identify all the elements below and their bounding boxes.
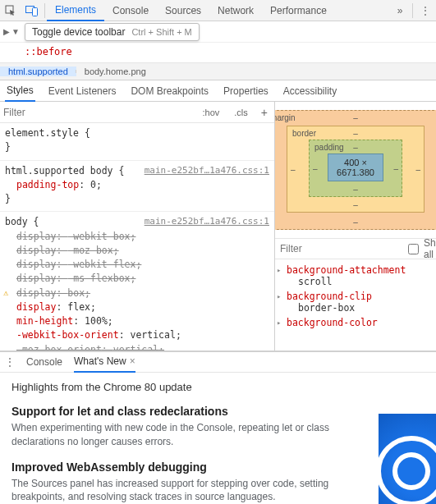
close-icon[interactable]: × [130,355,135,367]
section-title[interactable]: Improved WebAssembly debugging [11,460,425,474]
rule-close-brace: } [5,192,269,206]
box-model[interactable]: margin – – – – border – – – – padding – … [275,102,436,238]
computed-property[interactable]: ▸background-attachmentscroll [275,263,436,289]
declaration[interactable]: display: -webkit-box; [5,230,269,244]
style-rule[interactable]: html.supported body {main-e252bf…1a476.c… [0,161,274,213]
box-margin-label: margin [275,113,296,122]
tab-network[interactable]: Network [209,0,262,21]
styles-pane: :hov .cls + element.style {}html.support… [0,102,275,351]
padding-bottom-val[interactable]: – [353,185,358,194]
tooltip: Toggle device toolbar Ctrl + Shift + M [25,23,200,41]
ptab-accessibility[interactable]: Accessibility [282,80,338,102]
border-bottom-val[interactable]: – [353,200,358,209]
styles-filter-row: :hov .cls + [0,102,274,123]
margin-top-val[interactable]: – [353,113,358,122]
border-top-val[interactable]: – [353,129,358,138]
inspect-icon[interactable] [0,0,21,21]
cls-toggle[interactable]: .cls [229,105,253,120]
drawer-tabs: ⋮ Console What's New × [0,351,436,373]
tab-elements[interactable]: Elements [47,0,104,21]
padding-right-val[interactable]: – [393,164,398,173]
declaration[interactable]: display: -ms-flexbox; [5,272,269,286]
box-border-label: border [292,129,316,138]
expand-icon[interactable]: ▶ [3,27,10,36]
ptab-event-listeners[interactable]: Event Listeners [47,80,118,102]
tab-sources[interactable]: Sources [157,0,209,21]
ptab-styles[interactable]: Styles [5,80,35,102]
declaration[interactable]: padding-top: 0; [5,178,269,192]
border-left-val[interactable]: – [291,165,296,174]
dom-pseudo-line[interactable]: ::before [0,43,436,62]
drawer-tab-label: What's New [74,355,126,367]
declaration[interactable]: display: box; [5,286,269,300]
rule-selector[interactable]: body { [5,215,39,229]
rule-selector[interactable]: html.supported body { [5,164,124,178]
computed-list[interactable]: ▸background-attachmentscroll▸background-… [275,259,436,351]
tab-performance[interactable]: Performance [262,0,335,21]
drawer-body[interactable]: Highlights from the Chrome 80 update Sup… [0,373,436,504]
styles-panel-tabs: Styles Event Listeners DOM Breakpoints P… [0,80,436,102]
declaration[interactable]: -moz-box-orient: vertical; [5,343,269,351]
kebab-menu-icon[interactable]: ⋮ [415,5,436,16]
ptab-dom-breakpoints[interactable]: DOM Breakpoints [129,80,210,102]
rule-selector[interactable]: element.style { [5,126,90,140]
declaration[interactable]: -webkit-box-orient: vertical; [5,328,269,342]
computed-filter-row: Show all [275,238,436,259]
styles-split: :hov .cls + element.style {}html.support… [0,102,436,351]
style-rule[interactable]: element.style {} [0,123,274,161]
pseudo-element: ::before [25,46,72,57]
padding-left-val[interactable]: – [313,164,318,173]
separator [412,3,413,18]
computed-property[interactable]: ▸background-clipborder-box [275,289,436,315]
whats-new-section: Improved WebAssembly debugging The Sourc… [11,460,425,504]
declaration[interactable]: display: -webkit-flex; [5,258,269,272]
section-body: The Sources panel has increased support … [11,477,332,504]
box-padding-label: padding [314,143,344,152]
border-right-val[interactable]: – [415,165,420,174]
main-toolbar: Elements Console Sources Network Perform… [0,0,436,21]
rule-close-brace: } [5,140,269,154]
computed-filter-input[interactable] [280,243,403,254]
style-rule[interactable]: body {main-e252bf…1a476.css:1display: -w… [0,212,274,351]
tooltip-shortcut: Ctrl + Shift + M [131,27,191,37]
show-all-checkbox[interactable] [408,244,419,254]
drawer-tab-console[interactable]: Console [26,351,62,373]
whats-new-section: Support for let and class redeclarations… [11,405,425,449]
margin-bottom-val[interactable]: – [353,218,358,227]
drawer-menu-icon[interactable]: ⋮ [5,356,15,368]
device-toolbar-icon[interactable] [21,0,43,21]
breadcrumb: html.supported body.home.png [0,62,436,80]
tab-console[interactable]: Console [104,0,157,21]
svg-rect-2 [33,7,38,16]
rules-list[interactable]: element.style {}html.supported body {mai… [0,123,274,351]
panel-tabs: Elements Console Sources Network Perform… [47,0,335,21]
drawer-tab-whats-new[interactable]: What's New × [74,351,135,373]
crumb-body[interactable]: body.home.png [76,66,154,76]
declaration[interactable]: display: flex; [5,300,269,314]
whats-new-headline: Highlights from the Chrome 80 update [11,381,425,393]
rule-source-link[interactable]: main-e252bf…1a476.css:1 [145,164,269,178]
computed-property[interactable]: ▸background-color [275,315,436,330]
computed-pane: margin – – – – border – – – – padding – … [275,102,436,351]
separator [44,3,45,18]
svg-point-4 [395,455,428,488]
more-tabs-icon[interactable]: » [389,5,411,16]
dom-tree-row: ▶ ▼ … Toggle device toolbar Ctrl + Shift… [0,21,436,43]
declaration[interactable]: min-height: 100%; [5,314,269,328]
hero-illustration [379,414,436,504]
expand-icon[interactable]: ▼ [11,27,20,36]
crumb-html[interactable]: html.supported [0,66,76,76]
section-body: When experimenting with new code in the … [11,421,332,449]
section-title[interactable]: Support for let and class redeclarations [11,405,425,418]
styles-filter-input[interactable] [3,107,193,118]
padding-top-val[interactable]: – [353,143,358,152]
box-content-size[interactable]: 400 × 6671.380 [328,153,383,181]
ptab-properties[interactable]: Properties [222,80,270,102]
show-all-label: Show all [424,237,436,260]
rule-source-link[interactable]: main-e252bf…1a476.css:1 [145,215,269,229]
declaration[interactable]: display: -moz-box; [5,244,269,258]
new-style-rule-icon[interactable]: + [258,106,271,119]
tooltip-label: Toggle device toolbar [32,26,125,38]
hov-toggle[interactable]: :hov [198,105,225,120]
